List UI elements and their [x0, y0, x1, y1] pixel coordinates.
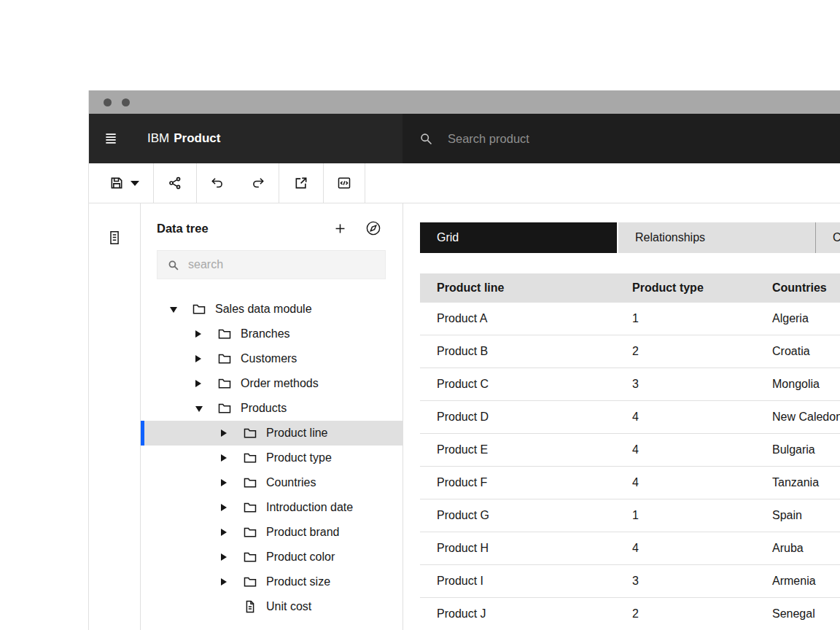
table-cell: Product E — [420, 443, 615, 456]
table-cell: Croatia — [755, 345, 840, 358]
table-row[interactable]: Product E4Bulgaria — [420, 434, 840, 467]
tree-item-label: Branches — [241, 327, 290, 341]
tree-item-label: Product size — [266, 575, 330, 588]
app-brand: IBM Product — [147, 131, 220, 146]
tree-item-label: Unit cost — [266, 600, 311, 613]
table-cell: 4 — [615, 542, 755, 555]
data-tree-header: Data tree — [141, 203, 402, 237]
folder-icon — [243, 426, 257, 440]
app-body: Data tree — [89, 203, 840, 630]
caret-right-icon[interactable] — [221, 454, 233, 462]
save-dropdown-caret-icon[interactable] — [131, 181, 139, 186]
table-row[interactable]: Product H4Aruba — [420, 532, 840, 565]
tree-item-label: Product type — [266, 451, 332, 464]
folder-icon — [243, 500, 257, 515]
folder-icon — [243, 525, 257, 540]
table-row[interactable]: Product B2Croatia — [420, 335, 840, 368]
tree-item-label: Introduction date — [266, 501, 353, 514]
table-cell: Product H — [420, 542, 615, 555]
undo-icon[interactable] — [210, 176, 225, 190]
folder-icon — [243, 550, 257, 564]
tree-item[interactable]: Product color — [141, 545, 402, 569]
table-cell: Product D — [420, 411, 615, 424]
tab-grid[interactable]: Grid — [420, 222, 617, 253]
column-header: Countries — [755, 281, 840, 295]
data-panel-icon[interactable] — [106, 230, 122, 246]
tree-item[interactable]: Introduction date — [141, 495, 402, 520]
folder-icon — [243, 475, 257, 490]
caret-right-icon[interactable] — [221, 529, 233, 536]
document-icon — [243, 599, 257, 614]
tab-relationships[interactable]: Relationships — [618, 222, 815, 253]
compass-icon[interactable] — [365, 219, 382, 237]
table-row[interactable]: Product J2Senegal — [420, 598, 840, 630]
table-row[interactable]: Product G1Spain — [420, 499, 840, 532]
caret-down-icon[interactable] — [170, 306, 182, 313]
caret-right-icon[interactable] — [221, 479, 233, 486]
table-header-row: Product lineProduct typeCountries — [420, 273, 840, 303]
tree-item[interactable]: Product type — [141, 446, 402, 470]
share-icon[interactable] — [168, 176, 182, 190]
table-cell: 4 — [615, 443, 755, 456]
tree-search-input[interactable] — [188, 258, 349, 271]
brand-name: Product — [174, 131, 220, 146]
save-icon[interactable] — [109, 176, 124, 190]
window-control-dot[interactable] — [122, 98, 130, 106]
window-control-dot[interactable] — [104, 98, 112, 106]
search-icon — [419, 131, 433, 146]
caret-right-icon[interactable] — [221, 578, 233, 586]
folder-icon — [217, 351, 232, 366]
caret-right-icon[interactable] — [221, 553, 233, 561]
tree-item-label: Order methods — [241, 377, 319, 390]
table-body: Product A1AlgeriaProduct B2CroatiaProduc… — [420, 303, 840, 630]
tree-item[interactable]: Product brand — [141, 520, 402, 545]
tree-item[interactable]: Products — [141, 396, 402, 421]
app-header: IBM Product — [89, 114, 840, 163]
caret-right-icon[interactable] — [195, 330, 207, 338]
tree-item-label: Countries — [266, 476, 316, 489]
table-row[interactable]: Product F4Tanzania — [420, 467, 840, 499]
caret-down-icon[interactable] — [195, 405, 207, 412]
table-cell: 2 — [615, 345, 755, 358]
search-icon — [167, 259, 179, 271]
table-cell: New Caledonia — [755, 411, 840, 424]
table-row[interactable]: Product C3Mongolia — [420, 368, 840, 401]
column-header: Product line — [420, 281, 615, 295]
table-row[interactable]: Product A1Algeria — [420, 303, 840, 335]
folder-icon — [217, 376, 232, 391]
tree-item[interactable]: Product line — [141, 421, 402, 446]
table-cell: 2 — [615, 607, 755, 621]
side-rail — [89, 203, 141, 630]
redo-icon[interactable] — [251, 176, 265, 190]
caret-right-icon[interactable] — [221, 504, 233, 511]
tree-item[interactable]: Sales data module — [141, 297, 402, 322]
window-titlebar — [89, 90, 840, 114]
data-grid: Product lineProduct typeCountries Produc… — [420, 273, 840, 630]
tree-item[interactable]: Order methods — [141, 371, 402, 396]
global-search-input[interactable] — [448, 132, 764, 146]
table-row[interactable]: Product I3Armenia — [420, 565, 840, 598]
menu-icon[interactable] — [104, 129, 124, 148]
global-search — [402, 114, 840, 163]
embed-code-icon[interactable] — [337, 176, 351, 190]
tree-item[interactable]: Product size — [141, 569, 402, 594]
toolbar-launch-group — [279, 163, 324, 203]
table-cell: Spain — [755, 509, 840, 522]
toolbar — [89, 163, 840, 203]
tree-item[interactable]: Customers — [141, 346, 402, 371]
table-cell: 3 — [615, 575, 755, 588]
add-icon[interactable] — [333, 222, 347, 236]
tree-item[interactable]: Branches — [141, 322, 402, 346]
table-cell: 1 — [615, 312, 755, 325]
caret-right-icon[interactable] — [195, 355, 207, 362]
table-cell: Product I — [420, 575, 615, 588]
tab-bar: GridRelationshipsC — [420, 222, 840, 253]
caret-right-icon[interactable] — [195, 380, 207, 387]
tab-c[interactable]: C — [816, 222, 840, 253]
tree-item[interactable]: Unit cost — [141, 594, 402, 619]
tree-item-label: Product color — [266, 551, 335, 564]
tree-item[interactable]: Countries — [141, 470, 402, 495]
table-row[interactable]: Product D4New Caledonia — [420, 401, 840, 434]
launch-icon[interactable] — [294, 176, 308, 190]
caret-right-icon[interactable] — [221, 429, 233, 437]
